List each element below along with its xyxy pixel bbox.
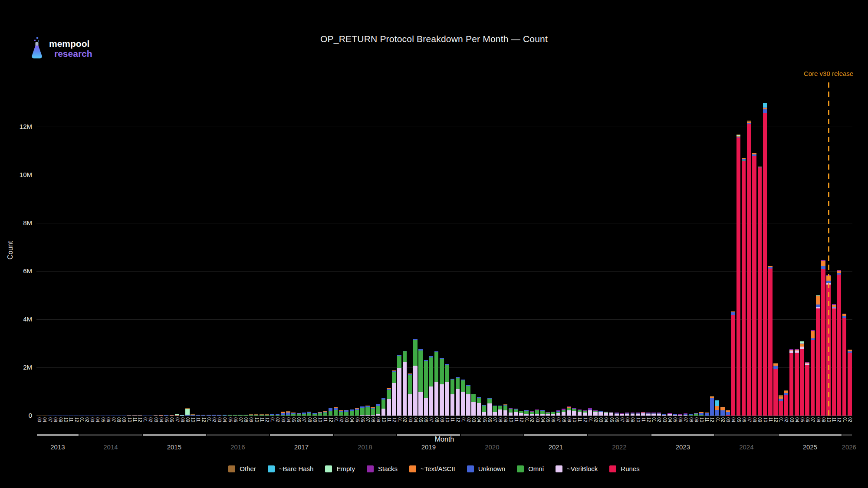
- bar-2018-05[interactable]: [355, 408, 359, 416]
- bar-2024-12[interactable]: [773, 363, 778, 416]
- bar-2015-09[interactable]: [185, 408, 190, 416]
- bar-2021-02[interactable]: [530, 411, 534, 416]
- bar-2017-01[interactable]: [270, 414, 274, 416]
- bar-2015-12[interactable]: [201, 415, 206, 416]
- bar-2015-06[interactable]: [170, 415, 174, 416]
- legend-item-stacks[interactable]: Stacks: [367, 465, 398, 472]
- bar-2021-10[interactable]: [572, 408, 576, 416]
- bar-2025-01[interactable]: [779, 395, 783, 416]
- bar-2018-06[interactable]: [360, 406, 365, 416]
- bar-2016-02[interactable]: [212, 415, 216, 416]
- bar-2023-07[interactable]: [684, 413, 688, 416]
- bar-2020-10[interactable]: [509, 408, 513, 416]
- bar-2021-06[interactable]: [551, 412, 556, 416]
- legend-item-runes[interactable]: Runes: [609, 465, 639, 472]
- bar-2025-04[interactable]: [795, 349, 799, 416]
- bar-2024-09[interactable]: [758, 167, 762, 416]
- bar-2019-06[interactable]: [424, 360, 428, 416]
- bar-2018-09[interactable]: [376, 404, 381, 416]
- bar-2015-04[interactable]: [159, 415, 163, 416]
- bar-2022-05[interactable]: [609, 412, 614, 416]
- legend-item-veriblock[interactable]: ~VeriBlock: [556, 465, 598, 472]
- bar-2022-01[interactable]: [588, 408, 592, 416]
- bar-2017-11[interactable]: [323, 411, 328, 416]
- bar-2019-04[interactable]: [413, 339, 418, 416]
- bar-2022-03[interactable]: [598, 411, 603, 416]
- bar-2016-04[interactable]: [223, 415, 227, 416]
- bar-2019-07[interactable]: [429, 356, 434, 416]
- bar-2023-10[interactable]: [699, 412, 704, 416]
- bar-2018-10[interactable]: [381, 398, 386, 416]
- bar-2017-12[interactable]: [329, 408, 333, 416]
- bar-2015-07[interactable]: [175, 414, 179, 416]
- bar-2021-01[interactable]: [524, 410, 529, 416]
- bar-2021-04[interactable]: [540, 410, 545, 416]
- bar-2017-10[interactable]: [318, 412, 322, 416]
- bar-2016-11[interactable]: [260, 414, 264, 416]
- bar-2025-11[interactable]: [832, 304, 836, 416]
- bar-2023-06[interactable]: [678, 414, 682, 416]
- legend-item-bare[interactable]: ~Bare Hash: [268, 465, 314, 472]
- bar-2017-06[interactable]: [297, 413, 301, 416]
- bar-2021-03[interactable]: [535, 409, 539, 416]
- bar-2023-11[interactable]: [705, 413, 709, 416]
- bar-2020-09[interactable]: [503, 404, 508, 416]
- bar-2016-08[interactable]: [243, 415, 248, 416]
- bar-2016-10[interactable]: [254, 414, 259, 416]
- bar-2014-11[interactable]: [132, 415, 137, 416]
- bar-2023-02[interactable]: [657, 413, 661, 416]
- bar-2018-04[interactable]: [350, 409, 354, 416]
- bar-2025-12[interactable]: [837, 270, 842, 416]
- bar-2018-11[interactable]: [387, 388, 391, 416]
- bar-2020-04[interactable]: [477, 397, 481, 416]
- legend-item-omni[interactable]: Omni: [517, 465, 544, 472]
- bar-2022-08[interactable]: [625, 413, 629, 416]
- bar-2020-12[interactable]: [519, 411, 523, 416]
- bar-2018-01[interactable]: [334, 407, 338, 416]
- legend-item-other[interactable]: Other: [228, 465, 256, 472]
- bar-2017-02[interactable]: [276, 414, 280, 416]
- bar-2018-12[interactable]: [392, 370, 396, 416]
- bar-2024-10[interactable]: [763, 103, 767, 416]
- bar-2019-05[interactable]: [418, 349, 423, 416]
- bar-2017-08[interactable]: [307, 412, 312, 416]
- bar-2022-12[interactable]: [646, 413, 651, 416]
- bar-2025-06[interactable]: [805, 362, 809, 416]
- bar-2022-06[interactable]: [615, 413, 619, 416]
- bar-2019-08[interactable]: [434, 351, 439, 416]
- bar-2025-09[interactable]: [821, 260, 825, 416]
- bar-2019-03[interactable]: [408, 373, 412, 416]
- bar-2021-05[interactable]: [546, 412, 550, 416]
- bar-2015-05[interactable]: [164, 415, 168, 416]
- bar-2019-02[interactable]: [403, 351, 407, 416]
- bar-2017-04[interactable]: [286, 411, 290, 416]
- bar-2015-10[interactable]: [191, 414, 195, 416]
- bar-2022-04[interactable]: [604, 412, 608, 416]
- bar-2017-09[interactable]: [312, 413, 317, 416]
- bar-2020-11[interactable]: [514, 409, 518, 416]
- bar-2020-05[interactable]: [482, 405, 487, 416]
- bar-2023-03[interactable]: [662, 414, 667, 416]
- bar-2026-02[interactable]: [848, 350, 852, 416]
- bar-2016-06[interactable]: [233, 415, 237, 416]
- bar-2014-10[interactable]: [127, 415, 132, 416]
- legend-item-text[interactable]: ~Text/ASCII: [409, 465, 455, 472]
- bar-2024-02[interactable]: [720, 407, 725, 416]
- bar-2023-09[interactable]: [694, 413, 698, 416]
- bar-2025-07[interactable]: [811, 330, 815, 416]
- bar-2021-12[interactable]: [583, 410, 587, 416]
- bar-2022-10[interactable]: [636, 413, 640, 416]
- bar-2020-01[interactable]: [461, 380, 465, 416]
- bar-2015-03[interactable]: [154, 415, 158, 416]
- bar-2024-05[interactable]: [736, 134, 741, 416]
- legend-item-unknown[interactable]: Unknown: [467, 465, 506, 472]
- bar-2020-07[interactable]: [493, 406, 497, 416]
- bar-2016-01[interactable]: [207, 415, 211, 416]
- bar-2024-07[interactable]: [747, 121, 751, 416]
- bar-2023-05[interactable]: [673, 414, 677, 416]
- bar-2024-03[interactable]: [726, 410, 730, 416]
- bar-2025-02[interactable]: [784, 390, 789, 416]
- bar-2019-11[interactable]: [450, 379, 455, 416]
- bar-2018-02[interactable]: [339, 410, 343, 416]
- bar-2015-08[interactable]: [180, 415, 184, 416]
